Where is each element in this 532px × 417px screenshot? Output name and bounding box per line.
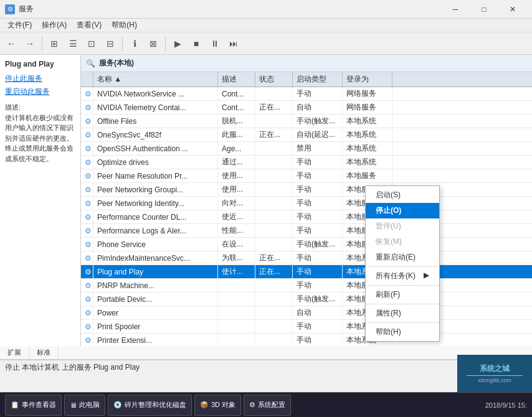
stop-service-link[interactable]: 停止此服务 bbox=[5, 73, 75, 84]
forward-button[interactable]: → bbox=[21, 35, 39, 52]
row-icon: ⚙ bbox=[81, 115, 93, 128]
table-row[interactable]: ⚙ Performance Counter DL... 使近... 手动 本地服… bbox=[81, 210, 532, 224]
row-login: 网络服务 bbox=[343, 101, 392, 114]
close-button[interactable]: ✕ bbox=[498, 0, 527, 19]
event-viewer-icon: 📋 bbox=[11, 401, 19, 409]
minimize-button[interactable]: ─ bbox=[441, 0, 470, 19]
menu-bar: 文件(F) 操作(A) 查看(V) 帮助(H) bbox=[0, 19, 532, 32]
row-startup: 自动 bbox=[293, 101, 343, 114]
row-status bbox=[255, 293, 293, 306]
row-desc bbox=[218, 320, 255, 333]
row-desc: 在设... bbox=[218, 238, 255, 251]
toolbar-sep-1 bbox=[42, 36, 42, 51]
table-row[interactable]: ⚙ Print Spooler 手动 本地系统 bbox=[81, 320, 532, 334]
cm-help[interactable]: 帮助(H) bbox=[366, 324, 439, 340]
table-row[interactable]: ⚙ Performance Logs & Aler... 性能... 手动 本地… bbox=[81, 224, 532, 238]
table-row[interactable]: ⚙ NVIDIA Telemetry Contai... Cont... 正在.… bbox=[81, 101, 532, 115]
col-status[interactable]: 状态 bbox=[255, 72, 293, 87]
menu-action[interactable]: 操作(A) bbox=[37, 19, 72, 32]
info-button[interactable]: ℹ bbox=[126, 35, 143, 52]
taskbar-disk-defrag[interactable]: 💿 碎片整理和优化磁盘 bbox=[108, 395, 192, 416]
pause-button[interactable]: ⏸ bbox=[206, 35, 224, 52]
tab-extended[interactable]: 扩展 bbox=[0, 346, 29, 359]
row-status: 正在... bbox=[255, 128, 293, 141]
table-row[interactable]: ⚙ Optimize drives 通过... 手动 本地系统 bbox=[81, 156, 532, 169]
table-row[interactable]: ⚙ Printer Extensi... 手动 本地系统 bbox=[81, 334, 532, 346]
table-row[interactable]: ⚙ PimIndexMaintenanceSvc... 为联... 正在... … bbox=[81, 251, 532, 265]
right-panel: 🔍 服务(本地) 名称 ▲ 描述 状态 启动类型 登录为 ⚙ NVIDIA Ne… bbox=[81, 55, 532, 346]
table-row[interactable]: ⚙ Peer Name Resolution Pr... 使用... 手动 本地… bbox=[81, 169, 532, 183]
row-desc: 通过... bbox=[218, 156, 255, 169]
table-row[interactable]: ⚙ Offline Files 脱机... 手动(触发... 本地系统 bbox=[81, 115, 532, 128]
3d-objects-icon: 📦 bbox=[200, 401, 209, 409]
cm-restart[interactable]: 重新启动(E) bbox=[366, 250, 439, 265]
row-icon: ⚙ bbox=[81, 265, 93, 278]
menu-view[interactable]: 查看(V) bbox=[72, 19, 107, 32]
taskbar-sys-config[interactable]: ⚙ 系统配置 bbox=[244, 395, 291, 416]
table-row[interactable]: ⚙ Phone Service 在设... 手动(触发... 本地服务 bbox=[81, 238, 532, 251]
table-row[interactable]: ⚙ NVIDIA NetworkService ... Cont... 手动 网… bbox=[81, 87, 532, 101]
table-row[interactable]: ⚙ Peer Networking Identity... 向对... 手动 本… bbox=[81, 197, 532, 210]
cm-refresh[interactable]: 刷新(F) bbox=[366, 287, 439, 302]
col-login[interactable]: 登录为 bbox=[343, 72, 392, 87]
cm-all-tasks[interactable]: 所有任务(K)▶ bbox=[366, 268, 439, 284]
maximize-button[interactable]: □ bbox=[470, 0, 498, 19]
row-status bbox=[255, 279, 293, 292]
menu-help[interactable]: 帮助(H) bbox=[107, 19, 142, 32]
row-status bbox=[255, 156, 293, 169]
taskbar-this-pc[interactable]: 🖥 此电脑 bbox=[64, 395, 105, 416]
view-list-btn[interactable]: ☰ bbox=[64, 35, 82, 52]
table-row[interactable]: ⚙ OneSyncSvc_4f82f 此服... 正在... 自动(延迟... … bbox=[81, 128, 532, 142]
table-row[interactable]: ⚙ Power 自动 本地系统 bbox=[81, 306, 532, 320]
row-startup: 手动 bbox=[293, 320, 343, 333]
tab-standard[interactable]: 标准 bbox=[29, 346, 59, 359]
row-startup: 手动(触发... bbox=[293, 293, 343, 306]
cm-properties[interactable]: 属性(R) bbox=[366, 306, 439, 321]
row-status bbox=[255, 320, 293, 333]
restart-button[interactable]: ⏭ bbox=[225, 35, 242, 52]
row-icon: ⚙ bbox=[81, 306, 93, 319]
table-row[interactable]: ⚙ Peer Networking Groupi... 使用... 手动 本地服… bbox=[81, 183, 532, 197]
view-detail-btn[interactable]: ⊡ bbox=[83, 35, 100, 52]
service-icon: ⚙ bbox=[85, 309, 92, 317]
taskbar-event-viewer[interactable]: 📋 事件查看器 bbox=[5, 395, 62, 416]
menu-file[interactable]: 文件(F) bbox=[2, 19, 37, 32]
table-row[interactable]: ⚙ Portable Devic... 手动(触发... 本地服务 bbox=[81, 293, 532, 306]
cm-stop[interactable]: 停止(O) bbox=[366, 203, 439, 218]
row-desc: Cont... bbox=[218, 101, 255, 114]
view-icon-btn[interactable]: ⊞ bbox=[45, 35, 63, 52]
row-startup: 自动 bbox=[293, 306, 343, 319]
row-startup: 手动 bbox=[293, 87, 343, 100]
back-button[interactable]: ← bbox=[2, 35, 20, 52]
watermark-bottom: xitong86.com bbox=[478, 377, 511, 383]
view-tile-btn[interactable]: ⊟ bbox=[102, 35, 119, 52]
col-desc[interactable]: 描述 bbox=[218, 72, 255, 87]
play-button[interactable]: ▶ bbox=[169, 35, 186, 52]
row-desc bbox=[218, 279, 255, 292]
table-row[interactable]: ⚙ PNRP Machine... 手动 本地服务 bbox=[81, 279, 532, 293]
row-icon: ⚙ bbox=[81, 210, 93, 223]
row-startup: 手动 bbox=[293, 265, 343, 278]
status-text: 停止 本地计算机 上的服务 Plug and Play bbox=[5, 362, 140, 373]
row-startup: 手动 bbox=[293, 251, 343, 265]
table-row[interactable]: ⚙ OpenSSH Authentication ... Age... 禁用 本… bbox=[81, 142, 532, 156]
service-icon: ⚙ bbox=[85, 268, 92, 276]
row-icon: ⚙ bbox=[81, 169, 93, 182]
services-table[interactable]: 名称 ▲ 描述 状态 启动类型 登录为 ⚙ NVIDIA NetworkServ… bbox=[81, 72, 532, 346]
export-button[interactable]: ⊠ bbox=[145, 35, 162, 52]
cm-start[interactable]: 启动(S) bbox=[366, 187, 439, 203]
restart-service-link[interactable]: 重启动此服务 bbox=[5, 87, 75, 97]
service-icon: ⚙ bbox=[85, 240, 92, 249]
col-name[interactable]: 名称 ▲ bbox=[93, 72, 218, 87]
row-icon: ⚙ bbox=[81, 197, 93, 210]
row-name: Print Spooler bbox=[93, 320, 218, 333]
row-icon: ⚙ bbox=[81, 293, 93, 306]
table-row[interactable]: ⚙ Plug and Play 使计... 正在... 手动 本地系统 bbox=[81, 265, 532, 279]
row-startup: 自动(延迟... bbox=[293, 128, 343, 141]
col-startup[interactable]: 启动类型 bbox=[293, 72, 343, 87]
row-startup: 手动 bbox=[293, 279, 343, 292]
stop-button[interactable]: ■ bbox=[188, 35, 205, 52]
col-icon[interactable] bbox=[81, 72, 93, 87]
taskbar-3d-objects[interactable]: 📦 3D 对象 bbox=[194, 395, 241, 416]
row-icon: ⚙ bbox=[81, 279, 93, 292]
